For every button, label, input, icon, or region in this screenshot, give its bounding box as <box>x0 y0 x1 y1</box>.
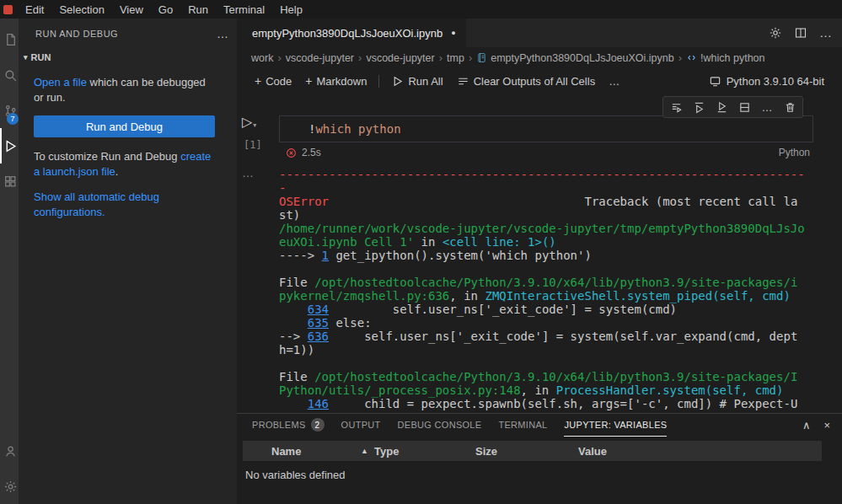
breadcrumb-work[interactable]: work <box>249 52 276 64</box>
variables-table-header: Name ▲ Type Size Value <box>243 441 822 461</box>
source-control-badge: 7 <box>7 113 19 125</box>
notebook-file-icon <box>476 52 487 63</box>
error-icon <box>286 147 297 158</box>
menu-run[interactable]: Run <box>180 0 216 19</box>
cell-language[interactable]: Python <box>779 147 813 158</box>
close-panel-icon[interactable]: × <box>823 420 830 431</box>
panel-actions: ∧ × <box>802 414 830 437</box>
column-type[interactable]: Type <box>374 445 475 458</box>
plus-icon: + <box>305 76 312 86</box>
breadcrumb-vscode-jupyter-2[interactable]: vscode-jupyter <box>363 52 437 64</box>
run-section-label: RUN <box>31 52 51 62</box>
split-cell-icon[interactable] <box>733 98 755 116</box>
split-editor-icon[interactable] <box>794 26 807 40</box>
source-control-icon[interactable]: 7 <box>0 93 19 128</box>
column-size[interactable]: Size <box>475 445 578 458</box>
column-name[interactable]: Name <box>243 445 361 458</box>
activity-bar: 7 <box>0 19 19 504</box>
menu-view[interactable]: View <box>112 0 151 19</box>
more-actions-icon[interactable]: … <box>819 29 832 37</box>
show-configs-text: Show all automatic debug configurations. <box>34 190 215 220</box>
sidebar-more-actions-icon[interactable]: … <box>217 27 228 40</box>
menu-terminal[interactable]: Terminal <box>216 0 272 19</box>
vscode-window: Edit Selection View Go Run Terminal Help… <box>0 0 842 504</box>
breadcrumb-separator: › <box>358 51 362 64</box>
bottom-panel: PROBLEMS2 OUTPUT DEBUG CONSOLE TERMINAL … <box>237 413 842 504</box>
search-icon[interactable] <box>0 57 19 93</box>
cell-output: … --------------------------------------… <box>237 166 842 410</box>
traceback-line-link[interactable]: 635 <box>308 316 329 330</box>
run-and-debug-icon[interactable] <box>0 128 19 164</box>
menu-go[interactable]: Go <box>151 0 180 19</box>
traceback-text: , in <box>521 383 556 397</box>
traceback-text: ProcessHandler.system(self, cmd) <box>556 383 784 397</box>
execute-above-icon[interactable] <box>688 98 710 116</box>
open-a-file-link[interactable]: Open a file <box>34 76 87 88</box>
sidebar-header: RUN AND DEBUG … <box>19 19 237 48</box>
traceback-text: ----> <box>279 249 322 262</box>
kernel-environment-icon <box>709 75 721 88</box>
problems-count-badge: 2 <box>311 418 324 432</box>
accounts-icon[interactable] <box>0 433 19 469</box>
traceback-line-link[interactable]: 634 <box>308 303 329 316</box>
run-section-header[interactable]: ▾ RUN <box>19 48 237 67</box>
maximize-panel-icon[interactable]: ∧ <box>802 420 811 431</box>
column-value[interactable]: Value <box>578 445 822 458</box>
breadcrumb-vscode-jupyter-1[interactable]: vscode-jupyter <box>283 52 357 64</box>
run-and-debug-button[interactable]: Run and Debug <box>34 115 215 137</box>
menu-selection[interactable]: Selection <box>51 0 111 19</box>
extensions-icon[interactable] <box>0 164 19 199</box>
cell-more-actions-icon[interactable]: … <box>756 98 778 116</box>
tab-problems[interactable]: PROBLEMS2 <box>252 414 324 437</box>
plus-icon: + <box>255 76 261 86</box>
breadcrumb-notebook-file[interactable]: emptyPython3890DqLJsJoeuXOi.ipynb <box>474 52 677 64</box>
add-code-cell-button[interactable]: +Code <box>249 72 298 90</box>
cell-code-editor[interactable]: !which python <box>279 115 813 142</box>
breadcrumb-separator: › <box>678 51 682 64</box>
toolbar-divider <box>378 75 379 88</box>
traceback-text <box>279 303 308 316</box>
explorer-icon[interactable] <box>0 22 19 57</box>
tab-debug-console[interactable]: DEBUG CONSOLE <box>398 414 482 437</box>
breadcrumb-cell[interactable]: !which python <box>684 52 767 64</box>
clear-outputs-button[interactable]: Clear Outputs of All Cells <box>451 72 602 90</box>
run-cell-button[interactable]: ▷ ▾ <box>242 115 256 129</box>
toolbar-more-actions-icon[interactable]: … <box>603 72 625 90</box>
tab-title: emptyPython3890DqLJsJoeuXOi.ipynb <box>252 27 442 40</box>
tab-jupyter-variables[interactable]: JUPYTER: VARIABLES <box>564 414 667 437</box>
run-by-line-icon[interactable] <box>665 98 687 116</box>
breadcrumb-notebook-label: emptyPython3890DqLJsJoeuXOi.ipynb <box>491 52 674 64</box>
add-markdown-cell-button[interactable]: +Markdown <box>299 72 373 90</box>
traceback-line-link[interactable]: 1 <box>322 249 329 262</box>
traceback-text: ZMQInteractiveShell.system_piped(self, c… <box>485 289 790 303</box>
modified-dot-icon[interactable]: ● <box>451 29 455 37</box>
output-gutter: … <box>237 166 279 410</box>
execute-below-icon[interactable] <box>711 98 732 116</box>
tab-output[interactable]: OUTPUT <box>341 414 381 437</box>
traceback-output: ----------------------------------------… <box>279 166 805 410</box>
run-all-button[interactable]: Run All <box>385 72 448 90</box>
cell-main: !which python 2.5s Python <box>279 115 813 163</box>
delete-cell-icon[interactable] <box>779 98 801 116</box>
kernel-picker[interactable]: Python 3.9.10 64-bit <box>703 72 830 90</box>
output-more-actions-icon[interactable]: … <box>242 166 254 180</box>
panel-tab-bar: PROBLEMS2 OUTPUT DEBUG CONSOLE TERMINAL … <box>237 414 842 437</box>
settings-gear-icon[interactable] <box>0 469 19 504</box>
code-shell-command: which python <box>315 122 400 136</box>
breadcrumb-tmp[interactable]: tmp <box>444 52 467 64</box>
traceback-line-link[interactable]: 636 <box>308 330 329 343</box>
show-debug-configurations-link[interactable]: Show all automatic debug configurations. <box>34 190 159 218</box>
editor-tab-bar: emptyPython3890DqLJsJoeuXOi.ipynb ● … <box>237 19 842 47</box>
traceback-text: in <box>414 235 442 249</box>
play-icon: ▷ <box>242 115 252 129</box>
menu-edit[interactable]: Edit <box>18 0 51 19</box>
traceback-line-link[interactable]: 146 <box>308 397 329 410</box>
chevron-down-icon: ▾ <box>253 121 256 129</box>
app-icon <box>3 5 13 14</box>
menu-help[interactable]: Help <box>272 0 310 19</box>
sidebar-body: Open a file which can be debugged or run… <box>19 67 237 230</box>
gear-icon[interactable] <box>769 26 782 40</box>
tab-terminal[interactable]: TERMINAL <box>498 414 547 437</box>
tab-notebook[interactable]: emptyPython3890DqLJsJoeuXOi.ipynb ● <box>237 19 466 47</box>
run-all-icon <box>391 75 404 88</box>
